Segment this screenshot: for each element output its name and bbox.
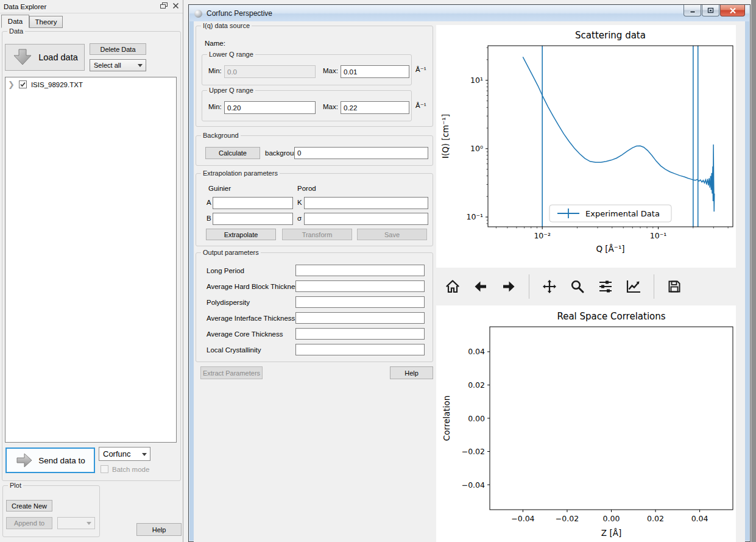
- calculate-button[interactable]: Calculate: [205, 147, 260, 159]
- local-crystallinity-output[interactable]: [295, 344, 425, 355]
- svg-text:Z [Å]: Z [Å]: [601, 528, 621, 538]
- data-group-label: Data: [7, 27, 25, 35]
- porod-sigma-input[interactable]: [304, 213, 428, 225]
- corfunc-help-button[interactable]: Help: [390, 366, 433, 379]
- hard-block-thickness-output[interactable]: [295, 280, 425, 292]
- close-button[interactable]: [720, 5, 745, 16]
- dropdown-arrow-icon: [87, 522, 91, 525]
- close-panel-icon[interactable]: [172, 2, 179, 9]
- guinier-b-label: B: [207, 215, 211, 222]
- svg-text:0.04: 0.04: [468, 347, 485, 356]
- svg-text:Real Space Correlations: Real Space Correlations: [557, 311, 665, 322]
- expand-chevron-icon[interactable]: ❯: [8, 82, 15, 88]
- output-row-label: Average Core Thickness: [207, 330, 283, 338]
- svg-text:Correlation: Correlation: [442, 396, 451, 441]
- home-button[interactable]: [445, 279, 461, 294]
- list-item[interactable]: ❯ ISIS_98929.TXT: [8, 80, 83, 88]
- send-arrow-icon: [15, 452, 34, 469]
- file-checkbox[interactable]: [19, 80, 27, 88]
- polydispersity-output[interactable]: [295, 296, 425, 308]
- extract-parameters-button[interactable]: Extract Parameters: [200, 366, 263, 379]
- append-to-plot-button[interactable]: Append to: [6, 517, 52, 529]
- edit-plot-button[interactable]: [626, 279, 641, 294]
- correlation-plot-canvas[interactable]: −0.04−0.020.000.020.04−0.04−0.020.000.02…: [436, 305, 736, 542]
- forward-arrow-icon: [501, 279, 516, 294]
- float-panel-icon[interactable]: [160, 2, 168, 9]
- tab-theory[interactable]: Theory: [29, 16, 63, 28]
- append-plot-dropdown[interactable]: [57, 517, 95, 529]
- svg-text:−0.02: −0.02: [556, 514, 579, 523]
- back-button[interactable]: [473, 279, 489, 294]
- corfunc-content: I(q) data source Name: Lower Q range Min…: [194, 21, 745, 542]
- long-period-output[interactable]: [295, 265, 425, 276]
- svg-text:−0.02: −0.02: [462, 447, 485, 456]
- corfunc-titlebar[interactable]: Corfunc Perspective: [189, 5, 749, 21]
- save-figure-button[interactable]: [666, 279, 682, 294]
- transform-button[interactable]: Transform: [282, 229, 352, 240]
- window-icon: [194, 10, 202, 18]
- svg-text:10¹: 10¹: [470, 76, 483, 85]
- dropdown-arrow-icon: [142, 453, 147, 456]
- output-row-label: Long Period: [207, 267, 244, 274]
- check-icon: [19, 81, 26, 88]
- svg-text:10⁰: 10⁰: [470, 144, 483, 153]
- sliders-icon: [598, 279, 613, 294]
- zoom-button[interactable]: [570, 279, 585, 294]
- lower-min-input[interactable]: [224, 65, 316, 78]
- data-explorer-titlebar[interactable]: Data Explorer: [0, 0, 183, 13]
- svg-text:Scattering data: Scattering data: [575, 30, 646, 41]
- pan-button[interactable]: [542, 279, 557, 294]
- output-row-label: Average Hard Block Thickness: [207, 283, 302, 290]
- porod-k-input[interactable]: [304, 197, 428, 209]
- interface-thickness-output[interactable]: [295, 312, 425, 324]
- svg-text:0.04: 0.04: [691, 514, 708, 523]
- scattering-plot-canvas[interactable]: 10⁻²10⁻¹10⁻¹10⁰10¹Scattering dataQ [Å⁻¹]…: [436, 25, 736, 268]
- lower-max-input[interactable]: [341, 65, 409, 78]
- lower-min-label: Min:: [208, 67, 222, 74]
- restore-button[interactable]: [702, 5, 719, 16]
- tab-data[interactable]: Data: [1, 15, 29, 28]
- svg-text:Q [Å⁻¹]: Q [Å⁻¹]: [596, 244, 624, 254]
- guinier-a-input[interactable]: [213, 197, 293, 209]
- extrapolate-button[interactable]: Extrapolate: [206, 229, 276, 240]
- save-extrapolation-button[interactable]: Save: [357, 229, 427, 240]
- line-chart-icon: [626, 279, 641, 294]
- load-data-button[interactable]: Load data: [5, 44, 85, 71]
- batch-mode-checkbox[interactable]: [101, 465, 108, 473]
- restore-icon: [707, 7, 714, 13]
- create-new-plot-button[interactable]: Create New: [6, 500, 52, 512]
- perspective-dropdown[interactable]: Corfunc: [99, 447, 150, 461]
- forward-button[interactable]: [501, 279, 517, 294]
- output-row-label: Polydispersity: [207, 299, 250, 306]
- guinier-a-label: A: [207, 199, 211, 206]
- explorer-help-button[interactable]: Help: [136, 523, 182, 536]
- upper-min-input[interactable]: [224, 101, 316, 114]
- configure-subplots-button[interactable]: [598, 279, 613, 294]
- magnifier-icon: [570, 279, 585, 294]
- select-all-dropdown[interactable]: Select all: [90, 59, 146, 71]
- plot-toolbar: [436, 271, 736, 302]
- svg-text:0.00: 0.00: [603, 514, 620, 523]
- svg-text:0.00: 0.00: [468, 414, 485, 423]
- lower-max-label: Max:: [323, 67, 338, 74]
- output-row-label: Average Interface Thickness: [207, 315, 295, 322]
- porod-k-label: K: [297, 199, 302, 206]
- upper-max-input[interactable]: [341, 101, 409, 114]
- guinier-b-input[interactable]: [213, 213, 293, 225]
- download-arrow-icon: [12, 48, 34, 66]
- minimize-button[interactable]: [684, 5, 701, 16]
- toolbar-separator: [654, 274, 654, 299]
- save-icon: [667, 279, 682, 294]
- back-arrow-icon: [473, 279, 488, 294]
- corfunc-window: Corfunc Perspective I(q) data source Nam…: [188, 4, 751, 542]
- svg-text:I(Q) [cm⁻¹]: I(Q) [cm⁻¹]: [440, 114, 450, 159]
- svg-text:0.02: 0.02: [468, 380, 485, 390]
- background-input[interactable]: [294, 147, 428, 159]
- send-data-button[interactable]: Send data to: [5, 448, 95, 473]
- core-thickness-output[interactable]: [295, 328, 425, 340]
- guinier-label: Guinier: [208, 185, 231, 192]
- data-file-list[interactable]: ❯ ISIS_98929.TXT: [5, 77, 177, 443]
- pan-icon: [542, 279, 557, 294]
- delete-data-button[interactable]: Delete Data: [90, 43, 146, 55]
- batch-mode-label: Batch mode: [112, 466, 149, 473]
